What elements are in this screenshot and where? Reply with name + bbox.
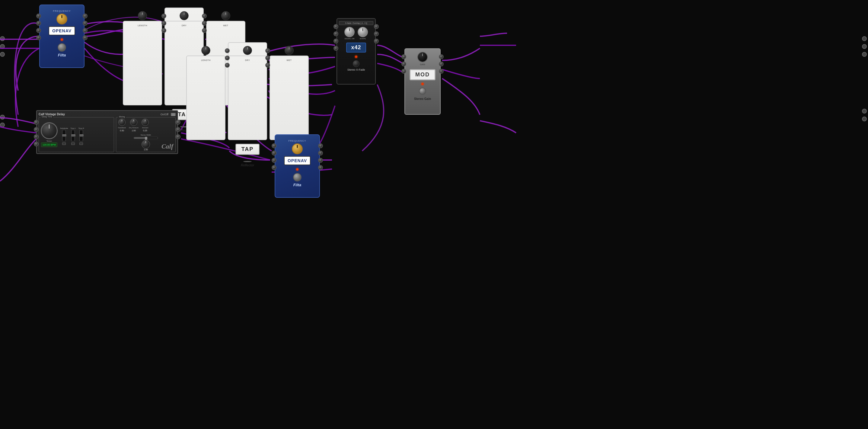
xfade-footswitch[interactable] [353, 60, 360, 67]
time-r-slider-col: Time R [78, 127, 84, 145]
xfade-input-2 [334, 31, 338, 36]
delay-time-label: Delay Time [41, 116, 53, 118]
edge-port-3 [0, 52, 5, 57]
r-mid-input-2 [225, 56, 230, 60]
stereo-width-knob[interactable] [142, 140, 150, 149]
amount-knob[interactable] [142, 119, 149, 126]
output-port-1 [83, 13, 88, 19]
xfade-input-1 [334, 24, 338, 29]
shape-label: SHAPE [360, 38, 366, 39]
signal-ab-label: SIGNAL A/B [345, 38, 354, 39]
xfade-output-1 [374, 24, 379, 29]
mod-input-3 [401, 69, 406, 74]
stereo-width-slider[interactable] [145, 137, 147, 140]
reflector-name-mid: Reflector [241, 163, 254, 167]
feedback-label: Feedback [118, 127, 126, 129]
filta-r-output-2 [318, 151, 323, 155]
tap-button-mid[interactable]: TAP [236, 144, 260, 155]
length-label-mid: LENGTH [186, 56, 225, 140]
time-r-label: Time R [78, 127, 84, 129]
calf-menu-btn[interactable] [171, 113, 176, 116]
filta-r-output-4 [318, 165, 323, 170]
wet-knob-mid[interactable] [285, 46, 294, 55]
amount-label: Amount [142, 127, 148, 129]
r-mid-output-3 [265, 63, 270, 68]
r-top-input-1 [161, 13, 166, 19]
length-knob-mid[interactable] [201, 46, 210, 55]
time-l-slider-col: Time L [70, 127, 76, 145]
r-mid-output-2 [265, 56, 270, 60]
mod-label: MOD [409, 69, 435, 80]
mod-input-1 [401, 54, 406, 59]
frequency-label-right: FREQUENCY [288, 140, 306, 142]
filta-r-output-1 [318, 144, 323, 148]
length-knob-top[interactable] [138, 11, 147, 20]
dry-knob-mid[interactable] [243, 46, 252, 55]
mod-footswitch[interactable] [419, 88, 426, 95]
calf-output-2 [176, 127, 181, 132]
r-top-input-2 [161, 21, 166, 26]
frequency-knob-right[interactable] [292, 144, 303, 154]
r-top-output-1 [202, 13, 207, 19]
input-port-1 [36, 13, 41, 19]
amount-col: Amount 0.25 [142, 119, 149, 132]
r-edge-port-5 [862, 117, 867, 121]
filta-r-output-3 [318, 158, 323, 163]
edge-port-4 [0, 115, 5, 120]
filta-r-input-3 [272, 158, 276, 163]
edge-port-2 [0, 44, 5, 49]
mod-output-1 [439, 54, 444, 59]
openav-logo-right: OPENAV [288, 158, 307, 163]
left-edge-ports-2 [0, 115, 6, 127]
calf-onoff[interactable]: On/Off [161, 113, 168, 116]
input-port-2 [36, 21, 41, 26]
xfade-header: X-fade: Overlap [-1..+1] [339, 21, 373, 25]
feedback-knob[interactable] [118, 119, 126, 126]
right-edge-ports [862, 36, 868, 57]
time-r-slider[interactable] [80, 130, 83, 141]
mod-name: Stereo Gain [414, 97, 431, 100]
openav-logo-box-right: OPENAV [284, 156, 311, 165]
r-mid-input-3 [225, 63, 230, 68]
stereo-gain-pedal: GAIN MOD Stereo Gain [404, 48, 441, 115]
subdivide-slider[interactable] [62, 130, 66, 141]
filta-pedal-right: FREQUENCY OPENAV Filta [275, 134, 320, 198]
xfade-led [355, 56, 357, 58]
openav-logo-box: OPENAV [49, 26, 75, 35]
pedal-name-right: Filta [293, 183, 302, 187]
dry-amount-col: Dry Amount 1.00 [129, 119, 138, 132]
openav-logo: OPENAV [52, 28, 71, 33]
mod-output-3 [439, 69, 444, 74]
xfade-input-3 [334, 39, 338, 43]
mod-output-2 [439, 62, 444, 66]
x42-label: x42 [346, 42, 366, 53]
pedal-name: Filta [58, 53, 66, 57]
filta-r-input-1 [272, 144, 276, 148]
r-top-output-2 [202, 21, 207, 26]
wet-knob-top[interactable] [221, 11, 230, 20]
r-edge-port-1 [862, 36, 867, 41]
xfade-input-4 [334, 46, 338, 51]
subdivide-label: Subdivide [60, 127, 68, 129]
footswitch[interactable] [58, 43, 66, 52]
r-mid-output-1 [265, 48, 270, 53]
footswitch-right[interactable] [293, 173, 302, 181]
r-edge-port-4 [862, 109, 867, 114]
r-edge-port-3 [862, 52, 867, 57]
length-label-top: LENGTH [123, 21, 162, 105]
time-l-slider[interactable] [71, 130, 75, 141]
dry-amount-knob[interactable] [130, 119, 137, 126]
r-mid-input-1 [225, 48, 230, 53]
shape-knob[interactable] [358, 27, 368, 37]
input-port-3 [36, 28, 41, 33]
edge-port-5 [0, 123, 5, 127]
mod-led [421, 83, 424, 85]
dry-knob-top[interactable] [180, 11, 189, 20]
signal-ab-knob[interactable] [344, 27, 354, 37]
calf-input-3 [34, 134, 39, 139]
xfade-name: Stereo X-Fade [347, 68, 365, 71]
gain-knob[interactable] [417, 52, 428, 62]
frequency-knob[interactable] [56, 13, 67, 25]
reflector-footswitch-mid[interactable] [243, 161, 252, 162]
tempo-knob[interactable] [41, 122, 58, 139]
